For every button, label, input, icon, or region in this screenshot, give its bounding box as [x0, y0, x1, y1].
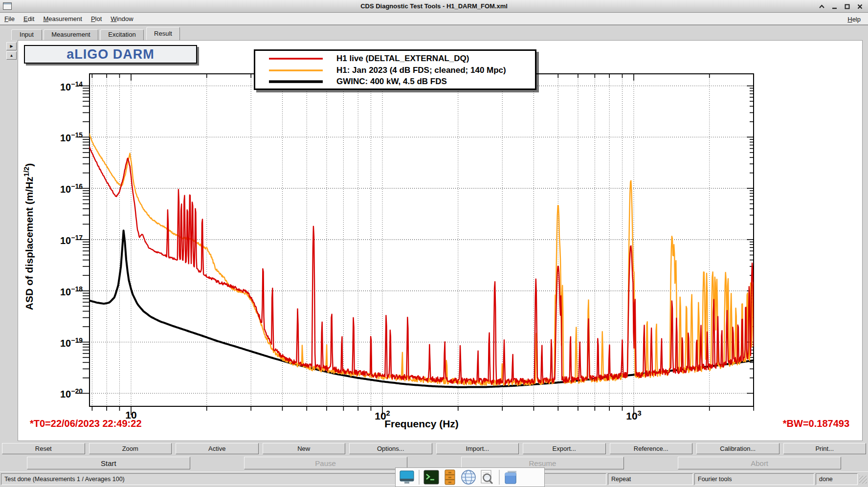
y-tick-label: 10−15 — [24, 131, 83, 144]
control-cell: Abort — [651, 456, 868, 470]
toolbar-cell: New — [261, 442, 348, 455]
trace-h1-live — [89, 147, 754, 385]
legend-entry: H1 live (DELTAL_EXTERNAL_DQ) — [260, 53, 530, 65]
y-tick-label: 10−14 — [24, 80, 83, 93]
tab-excitation[interactable]: Excitation — [100, 29, 144, 40]
menu-measurement[interactable]: Measurement — [39, 14, 87, 24]
window-title: CDS Diagnostic Test Tools - H1_DARM_FOM.… — [0, 2, 868, 10]
magnifier-icon[interactable] — [479, 469, 495, 486]
legend-label: GWINC: 400 kW, 4.5 dB FDS — [336, 77, 447, 87]
plot-title-box: aLIGO DARM — [24, 45, 197, 64]
menu-edit[interactable]: Edit — [19, 14, 39, 24]
x-axis-label: Frequency (Hz) — [324, 418, 519, 430]
shade-icon[interactable] — [818, 2, 826, 11]
legend-label: H1: Jan 2023 (4 dB FDS; cleaned; 140 Mpc… — [336, 66, 506, 75]
toolbar-cell: Import... — [434, 442, 521, 455]
reference-button[interactable]: Reference... — [610, 443, 693, 454]
window-controls — [818, 0, 864, 13]
status-state: done — [816, 473, 858, 485]
terminal-icon[interactable] — [423, 469, 440, 486]
legend-line-sample — [269, 56, 323, 61]
legend-line-sample — [269, 68, 323, 73]
status-repeat: Repeat — [608, 473, 693, 485]
import-button[interactable]: Import... — [436, 443, 519, 454]
taskbar-separator — [499, 470, 500, 485]
x-tick-label: 103 — [614, 409, 653, 422]
legend-entry: H1: Jan 2023 (4 dB FDS; cleaned; 140 Mpc… — [260, 65, 530, 76]
x-tick-label: 102 — [363, 409, 402, 422]
y-tick-label: 10−16 — [24, 182, 83, 195]
control-cell: Start — [0, 456, 217, 470]
plot-title: aLIGO DARM — [67, 47, 155, 62]
start-button[interactable]: Start — [27, 457, 190, 469]
file-cabinet-icon[interactable] — [442, 469, 458, 486]
abort-button[interactable]: Abort — [678, 457, 841, 469]
maximize-icon[interactable] — [843, 2, 851, 11]
y-tick-label: 10−20 — [24, 387, 83, 400]
zoom-button[interactable]: Zoom — [89, 443, 172, 454]
display-icon[interactable] — [399, 469, 415, 486]
status-tools: Fourier tools — [694, 473, 814, 485]
globe-icon[interactable] — [460, 469, 477, 486]
y-tick-label: 10−19 — [24, 336, 83, 349]
menubar: FileEditMeasurementPlotWindow Help — [0, 13, 868, 25]
menu-plot[interactable]: Plot — [87, 14, 106, 24]
y-tick-label: 10−18 — [24, 285, 83, 298]
pane-up-button[interactable]: ▲ — [6, 51, 17, 60]
tab-measurement[interactable]: Measurement — [44, 29, 98, 40]
tab-result[interactable]: Result — [146, 27, 180, 40]
plot-toolbar: ResetZoomActiveNewOptions...Import...Exp… — [0, 442, 868, 455]
desktop-taskbar — [395, 467, 545, 487]
new-button[interactable]: New — [263, 443, 346, 454]
taskbar-separator — [419, 470, 420, 485]
tabbar: InputMeasurementExcitationResult — [0, 25, 868, 40]
pane-right-button[interactable]: ▶ — [6, 42, 17, 50]
export-button[interactable]: Export... — [523, 443, 606, 454]
toolbar-cell: Active — [174, 442, 261, 455]
toolbar-cell: Calibration... — [694, 442, 781, 455]
legend: H1 live (DELTAL_EXTERNAL_DQ)H1: Jan 2023… — [254, 49, 536, 90]
tab-input[interactable]: Input — [11, 29, 42, 40]
legend-entry: GWINC: 400 kW, 4.5 dB FDS — [260, 76, 530, 88]
options-button[interactable]: Options... — [349, 443, 432, 454]
menu-window[interactable]: Window — [106, 14, 137, 24]
toolbar-cell: Reset — [0, 442, 87, 455]
folder-icon[interactable] — [503, 469, 520, 486]
bandwidth-value: *BW=0.187493 — [783, 418, 849, 429]
toolbar-cell: Print... — [781, 442, 868, 455]
toolbar-cell: Zoom — [87, 442, 174, 455]
pause-button[interactable]: Pause — [244, 457, 407, 469]
reset-button[interactable]: Reset — [2, 443, 85, 454]
toolbar-cell: Export... — [521, 442, 608, 455]
y-tick-label: 10−17 — [24, 234, 83, 246]
toolbar-cell: Reference... — [608, 442, 695, 455]
titlebar[interactable]: CDS Diagnostic Test Tools - H1_DARM_FOM.… — [0, 0, 868, 13]
x-tick-label: 10 — [111, 409, 151, 421]
resize-grip[interactable] — [859, 476, 867, 484]
plot-canvas[interactable]: aLIGO DARM H1 live (DELTAL_EXTERNAL_DQ)H… — [18, 40, 863, 441]
application-window: { "window": { "title": "CDS Diagnostic T… — [0, 0, 868, 487]
legend-line-sample — [269, 79, 323, 84]
legend-label: H1 live (DELTAL_EXTERNAL_DQ) — [336, 54, 469, 64]
active-button[interactable]: Active — [176, 443, 259, 454]
toolbar-cell: Options... — [347, 442, 434, 455]
spectrum-plot[interactable] — [18, 41, 863, 442]
print-button[interactable]: Print... — [783, 443, 867, 454]
minimize-icon[interactable] — [830, 2, 839, 11]
menu-help[interactable]: Help — [843, 14, 865, 24]
calibration-button[interactable]: Calibration... — [696, 443, 779, 454]
close-icon[interactable] — [856, 2, 864, 11]
menu-file[interactable]: File — [0, 14, 19, 24]
